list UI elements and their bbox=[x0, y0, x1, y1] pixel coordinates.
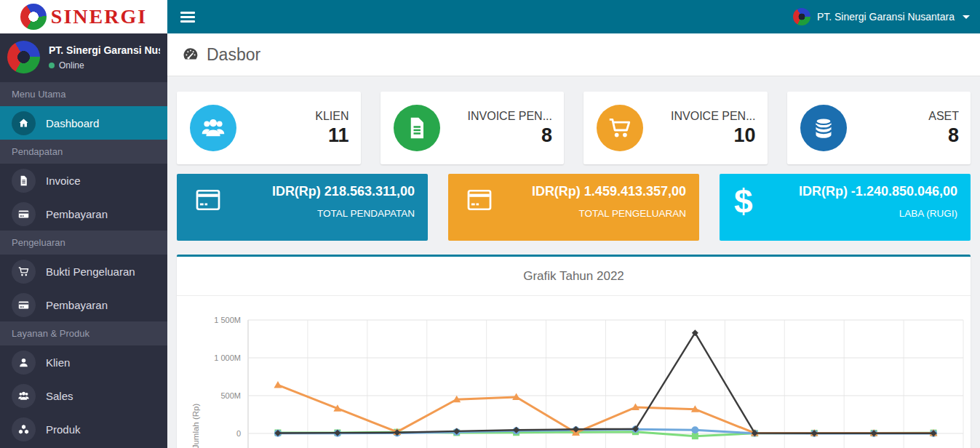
sidebar-item-pembayaran-pengeluaran[interactable]: Pembayaran bbox=[0, 288, 167, 321]
company-avatar bbox=[793, 8, 810, 25]
info-box-value: 10 bbox=[643, 124, 756, 147]
dollar-icon: $ bbox=[734, 187, 753, 216]
money-box-label: TOTAL PENDAPATAN bbox=[191, 208, 415, 219]
cubes-icon bbox=[12, 417, 36, 441]
money-box-value: IDR(Rp) 218.563.311,00 bbox=[191, 184, 415, 199]
chart-title-bar: Grafik Tahun 2022 bbox=[177, 257, 971, 296]
money-box-label: LABA (RUGI) bbox=[734, 208, 957, 219]
credit-card-icon bbox=[12, 202, 36, 226]
money-box-row: IDR(Rp) 218.563.311,00 TOTAL PENDAPATAN … bbox=[177, 174, 971, 241]
info-box-label: ASET bbox=[847, 110, 960, 123]
caret-down-icon bbox=[963, 15, 970, 19]
info-box-aset[interactable]: ASET 8 bbox=[787, 92, 971, 164]
file-icon bbox=[12, 169, 36, 193]
svg-text:500M: 500M bbox=[220, 391, 241, 400]
laba-rugi-box: $ IDR(Rp) -1.240.850.046,00 LABA (RUGI) bbox=[720, 174, 971, 241]
sidebar-item-klien[interactable]: Klien bbox=[0, 345, 167, 379]
user-name: PT. Sinergi Garansi Nusantara bbox=[49, 44, 160, 56]
info-box-invoice-pendapatan[interactable]: INVOICE PEN... 8 bbox=[381, 92, 565, 164]
info-box-value: 11 bbox=[236, 124, 349, 147]
svg-text:1 500M: 1 500M bbox=[214, 316, 241, 324]
credit-card-icon bbox=[463, 187, 496, 216]
svg-text:0: 0 bbox=[236, 429, 241, 438]
database-icon bbox=[800, 105, 847, 151]
info-box-value: 8 bbox=[440, 124, 553, 147]
sidebar-item-pembayaran-pendapatan[interactable]: Pembayaran bbox=[0, 197, 167, 231]
menu-header-layanan-produk: Layanan & Produk bbox=[0, 321, 167, 345]
credit-card-icon bbox=[191, 187, 225, 216]
online-dot-icon bbox=[49, 63, 55, 68]
menu-header-pengeluaran: Pengeluaran bbox=[0, 231, 167, 255]
company-dropdown[interactable]: PT. Sinergi Garansi Nusantara bbox=[793, 8, 970, 25]
home-icon bbox=[12, 111, 36, 135]
info-box-label: INVOICE PEN... bbox=[643, 110, 756, 123]
info-box-label: KLIEN bbox=[236, 110, 349, 123]
brand-name: SINERGI bbox=[51, 5, 147, 28]
total-pendapatan-box: IDR(Rp) 218.563.311,00 TOTAL PENDAPATAN bbox=[177, 174, 428, 241]
users-icon bbox=[12, 384, 36, 408]
menu-header-utama: Menu Utama bbox=[0, 82, 167, 106]
svg-text:Jumlah (Rp): Jumlah (Rp) bbox=[191, 404, 200, 448]
file-icon bbox=[394, 105, 440, 151]
user-status: Online bbox=[49, 60, 160, 71]
chart-canvas: 1 500M1 000M500M0Jumlah (Rp) bbox=[177, 305, 971, 448]
sidebar-user-panel: PT. Sinergi Garansi Nusantara Online bbox=[0, 33, 167, 82]
money-box-value: IDR(Rp) 1.459.413.357,00 bbox=[463, 184, 686, 199]
top-navbar: PT. Sinergi Garansi Nusantara bbox=[167, 0, 980, 33]
sidebar-item-dashboard[interactable]: Dashboard bbox=[0, 106, 167, 140]
sidebar-item-invoice[interactable]: Invoice bbox=[0, 164, 167, 197]
company-dropdown-label: PT. Sinergi Garansi Nusantara bbox=[817, 11, 955, 23]
menu-header-pendapatan: Pendapatan bbox=[0, 140, 167, 164]
content-wrapper: Dasbor KLIEN 11 INVOICE PEN... 8 bbox=[167, 33, 980, 448]
content-header: Dasbor bbox=[167, 33, 980, 76]
shopping-cart-icon bbox=[597, 105, 643, 151]
info-box-row: KLIEN 11 INVOICE PEN... 8 INVOICE PEN...… bbox=[177, 92, 971, 164]
info-box-invoice-pengeluaran[interactable]: INVOICE PEN... 10 bbox=[583, 92, 768, 164]
info-box-value: 8 bbox=[847, 124, 960, 147]
info-box-klien[interactable]: KLIEN 11 bbox=[177, 92, 361, 164]
money-box-value: IDR(Rp) -1.240.850.046,00 bbox=[734, 184, 957, 199]
info-box-label: INVOICE PEN... bbox=[440, 110, 553, 123]
main-header: SINERGI PT. Sinergi Garansi Nusantara bbox=[0, 0, 980, 33]
sidebar: PT. Sinergi Garansi Nusantara Online Men… bbox=[0, 33, 167, 448]
svg-text:1 000M: 1 000M bbox=[214, 353, 241, 362]
money-box-label: TOTAL PENGELUARAN bbox=[463, 208, 686, 219]
user-avatar bbox=[7, 41, 40, 73]
sidebar-toggle-button[interactable] bbox=[180, 12, 195, 23]
users-icon bbox=[190, 105, 236, 151]
user-icon bbox=[12, 351, 36, 375]
sidebar-item-sales[interactable]: Sales bbox=[0, 379, 167, 412]
credit-card-icon bbox=[12, 293, 36, 317]
page-title: Dasbor bbox=[207, 45, 260, 65]
shopping-cart-icon bbox=[12, 260, 36, 284]
sidebar-item-produk[interactable]: Produk bbox=[0, 412, 167, 446]
brand-swirl-icon bbox=[20, 4, 47, 30]
brand-logo[interactable]: SINERGI bbox=[0, 0, 167, 33]
chart-title: Grafik Tahun 2022 bbox=[523, 269, 624, 283]
total-pengeluaran-box: IDR(Rp) 1.459.413.357,00 TOTAL PENGELUAR… bbox=[448, 174, 699, 241]
sidebar-item-bukti-pengeluaran[interactable]: Bukti Pengeluaran bbox=[0, 255, 167, 288]
line-chart: 1 500M1 000M500M0Jumlah (Rp) bbox=[177, 296, 971, 448]
chart-card: Grafik Tahun 2022 1 500M1 000M500M0Jumla… bbox=[177, 255, 971, 448]
dashboard-icon bbox=[182, 46, 199, 63]
